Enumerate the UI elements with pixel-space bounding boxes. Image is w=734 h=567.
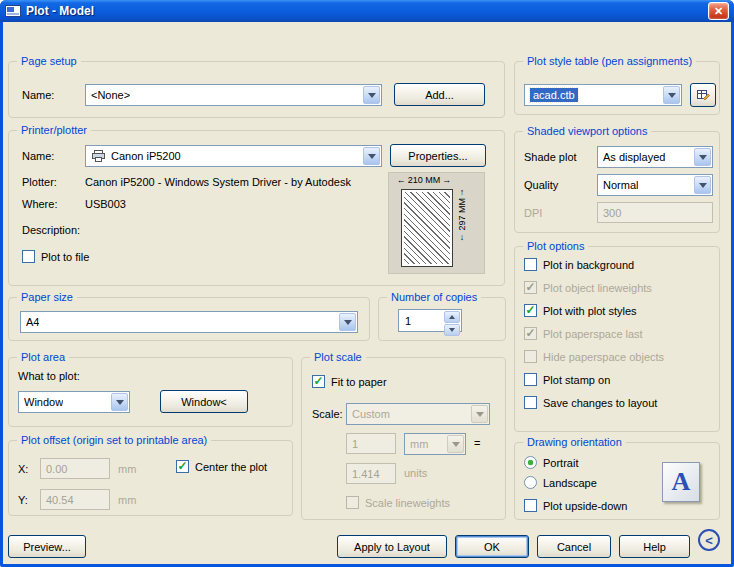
group-legend: Plot style table (pen assignments) [523,55,696,67]
plot-option-checkbox-2[interactable]: Plot with plot styles [524,304,664,317]
close-icon: ✕ [714,5,723,18]
checkbox-box [524,396,537,409]
what-to-plot-label: What to plot: [18,370,80,382]
scale-equals-sign: = [474,437,480,449]
checkbox-label: Plot upside-down [543,500,627,512]
arrow-left-icon: ← [397,175,406,185]
plot-style-combo[interactable]: acad.ctb [524,84,682,106]
center-plot-checkbox[interactable]: Center the plot [176,460,267,473]
spinner-arrows [444,311,460,330]
paper-height-label: 297 MM [457,198,467,231]
plot-option-checkbox-5[interactable]: Plot stamp on [524,373,664,386]
window-button[interactable]: Window< [160,390,248,413]
chevron-down-icon[interactable] [694,176,711,194]
cancel-button[interactable]: Cancel [537,535,611,558]
fewer-options-button[interactable]: < [698,529,720,551]
printer-icon [91,150,106,162]
scale-lineweights-checkbox: Scale lineweights [346,496,450,509]
what-to-plot-combo[interactable]: Window [18,391,130,413]
plot-option-checkbox-1: Plot object lineweights [524,281,664,294]
portrait-radio[interactable]: Portrait [524,456,578,469]
window-title: Plot - Model [26,4,94,18]
radio-label: Landscape [543,477,597,489]
quality-label: Quality [524,179,558,191]
combo-value: Normal [603,179,638,191]
add-button[interactable]: Add... [394,83,485,106]
scale-units-input: 1.414 [346,463,396,484]
arrow-right-icon: → [442,175,451,185]
combo-value: mm [410,438,428,450]
checkbox-label: Plot with plot styles [543,305,637,317]
quality-combo[interactable]: Normal [597,174,713,196]
printer-name-label: Name: [22,150,54,162]
copies-spinner[interactable]: 1 [398,309,462,332]
edit-plot-style-icon [696,88,710,102]
edit-plot-style-button[interactable] [690,83,716,107]
combo-value: acad.ctb [530,88,578,102]
chevron-down-icon[interactable] [111,393,128,411]
checkbox-label: Plot in background [543,259,634,271]
window-icon [5,4,21,18]
checkbox-label: Plot paperspace last [543,328,643,340]
chevron-down-icon[interactable] [363,147,380,165]
combo-value: Canon iP5200 [111,150,181,162]
printer-name-combo[interactable]: Canon iP5200 [85,145,382,167]
chevron-down-icon[interactable] [363,86,380,104]
ok-button[interactable]: OK [455,535,529,558]
checkbox-box [524,499,537,512]
page-setup-name-combo[interactable]: <None> [85,84,382,106]
arrow-up-icon: ↑ [460,187,465,197]
checkbox-box [524,258,537,271]
checkbox-box [524,327,537,340]
chevron-down-icon[interactable] [339,313,356,331]
shade-plot-label: Shade plot [524,151,577,163]
group-legend: Page setup [17,55,81,67]
description-label: Description: [22,224,80,236]
group-legend: Paper size [17,291,77,303]
scale-label: Scale: [312,408,343,420]
plotter-value: Canon iP5200 - Windows System Driver - b… [85,176,351,188]
chevron-down-icon[interactable] [694,148,711,166]
checkbox-label: Fit to paper [331,376,387,388]
paper-width-label: 210 MM [408,175,441,185]
shade-plot-combo[interactable]: As displayed [597,146,713,168]
scale-units-value: 1.414 [352,468,380,480]
where-value: USB003 [85,198,126,210]
orientation-letter-icon: A [662,462,700,502]
plot-option-checkbox-0[interactable]: Plot in background [524,258,664,271]
close-button[interactable]: ✕ [708,2,729,20]
spinner-up-icon[interactable] [444,311,460,323]
checkbox-box [524,350,537,363]
paper-preview: ← 210 MM → ↑ 297 MM ↓ [388,172,485,274]
combo-value: Window [24,396,63,408]
preview-button[interactable]: Preview... [8,535,86,558]
plot-to-file-checkbox[interactable]: Plot to file [22,250,89,263]
fit-to-paper-checkbox[interactable]: Fit to paper [312,375,387,388]
plot-upside-down-checkbox[interactable]: Plot upside-down [524,499,627,512]
group-legend: Plot offset (origin set to printable are… [17,434,211,446]
checkbox-box [22,250,35,263]
checkbox-label: Plot to file [41,251,89,263]
combo-value: A4 [26,316,39,328]
scale-unit-combo: mm [404,433,466,455]
page-setup-name-label: Name: [22,89,54,101]
checkbox-label: Plot object lineweights [543,282,652,294]
chevron-down-icon [471,405,488,423]
landscape-radio[interactable]: Landscape [524,476,597,489]
plotter-label: Plotter: [22,176,57,188]
paper-width-dimension: ← 210 MM → [389,175,459,185]
spinner-down-icon[interactable] [444,324,460,336]
plot-option-checkbox-6[interactable]: Save changes to layout [524,396,664,409]
arrow-down-icon: ↓ [460,232,465,242]
checkbox-label: Scale lineweights [365,497,450,509]
help-button[interactable]: Help [619,535,690,558]
apply-to-layout-button[interactable]: Apply to Layout [337,535,447,558]
paper-size-combo[interactable]: A4 [20,311,358,333]
properties-button[interactable]: Properties... [390,144,486,167]
group-legend: Plot options [523,240,588,252]
copies-value: 1 [405,315,411,327]
chevron-down-icon[interactable] [663,86,680,104]
chevron-down-icon [447,435,464,453]
group-legend: Printer/plotter [17,124,91,136]
checkbox-box [346,496,359,509]
